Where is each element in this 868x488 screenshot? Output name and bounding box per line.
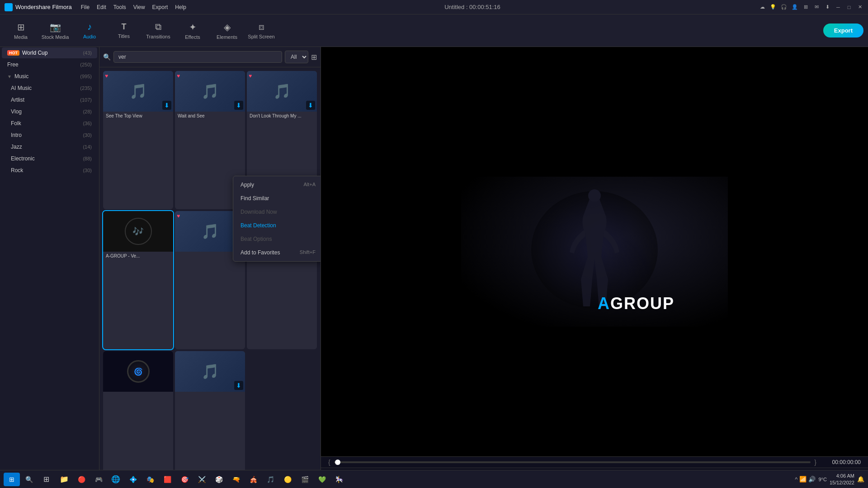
- taskbar-app-4[interactable]: ⚔️: [193, 471, 210, 488]
- start-button[interactable]: ⊞: [4, 473, 20, 486]
- menu-tools[interactable]: Tools: [113, 4, 126, 10]
- media-label: Media: [14, 34, 28, 40]
- media-card-8[interactable]: 🎵 ⬇: [175, 351, 245, 484]
- sidebar-item-intro[interactable]: Intro (30): [2, 130, 97, 141]
- grid-view-icon[interactable]: ⊞: [311, 53, 317, 61]
- notification-icon[interactable]: ^: [795, 476, 797, 483]
- sidebar-item-electronic[interactable]: Electronic (88): [2, 153, 97, 164]
- toolbar-effects[interactable]: ✦ Effects: [176, 16, 209, 45]
- media-card-agroup[interactable]: 🎶 A-GROUP - Ve...: [103, 211, 173, 349]
- download-icon[interactable]: ⬇: [234, 101, 243, 110]
- sidebar-item-ai-music[interactable]: AI Music (235): [2, 83, 97, 94]
- taskbar-app-filmora[interactable]: 🎬: [297, 471, 313, 488]
- menu-view[interactable]: View: [133, 4, 145, 10]
- taskbar-app-blue[interactable]: 💠: [125, 471, 141, 488]
- thumb-agroup: 🎶: [103, 211, 173, 252]
- preview-text-overlay: AGROUP: [598, 294, 675, 313]
- clock-date: 15/12/2022: [830, 479, 854, 486]
- minimize-button[interactable]: ─: [835, 4, 842, 11]
- sidebar-item-vlog[interactable]: Vlog (28): [2, 106, 97, 117]
- bulb-icon[interactable]: 💡: [769, 4, 777, 11]
- preview-time-display: 00:00:00:00: [820, 459, 861, 465]
- jazz-label: Jazz: [11, 144, 22, 150]
- toolbar-split-screen[interactable]: ⧈ Split Screen: [245, 16, 278, 45]
- out-point-bracket: }: [814, 459, 816, 466]
- vlog-count: (28): [83, 109, 92, 114]
- taskbar-app-nvidia[interactable]: 🎮: [90, 471, 107, 488]
- electronic-count: (88): [83, 156, 92, 161]
- grid-icon[interactable]: ⊞: [802, 4, 809, 11]
- taskbar-search-button[interactable]: 🔍: [22, 473, 36, 486]
- taskbar-app-red[interactable]: 🔴: [73, 471, 90, 488]
- free-count: (250): [80, 62, 92, 67]
- ctx-beat-detection[interactable]: Beat Detection: [233, 219, 321, 232]
- ctx-add-fav-shortcut: Shift+F: [300, 249, 316, 256]
- ctx-apply[interactable]: Apply Alt+A: [233, 178, 321, 192]
- taskbar-app-explorer[interactable]: 📁: [56, 471, 72, 488]
- sidebar-item-rock[interactable]: Rock (30): [2, 165, 97, 176]
- taskbar-app-2[interactable]: 🟥: [159, 471, 175, 488]
- ctx-add-favorites[interactable]: Add to Favorites Shift+F: [233, 246, 321, 259]
- download-icon[interactable]: ⬇: [162, 101, 171, 110]
- taskbar-app-6[interactable]: 🔫: [228, 471, 244, 488]
- toolbar-stock-media[interactable]: 📷 Stock Media: [39, 16, 71, 45]
- network-icon[interactable]: 📶: [799, 476, 807, 483]
- menu-edit[interactable]: Edit: [97, 4, 106, 10]
- taskbar-clock[interactable]: 4:06 AM 15/12/2022: [830, 473, 854, 486]
- close-button[interactable]: ✕: [856, 4, 863, 11]
- toolbar-elements[interactable]: ◈ Elements: [211, 16, 243, 45]
- download-icon[interactable]: ⬇: [306, 101, 315, 110]
- media-card-see-top-view[interactable]: ♥ 🎵 ⬇ See The Top View: [103, 71, 173, 209]
- sidebar-item-folk[interactable]: Folk (36): [2, 118, 97, 129]
- toolbar-transitions[interactable]: ⧉ Transitions: [142, 16, 175, 45]
- taskbar-apps: 📁 🔴 🎮 🌐 💠 🎭 🟥 🎯 ⚔️ 🎲 🔫 🎪 🎵 🟡 🎬 💚 🎠: [56, 471, 347, 488]
- taskbar-app-spotify[interactable]: 🎵: [262, 471, 278, 488]
- audio-label: Audio: [83, 34, 96, 39]
- taskbar-app-5[interactable]: 🎲: [211, 471, 227, 488]
- menu-help[interactable]: Help: [175, 4, 186, 10]
- taskbar-app-chrome[interactable]: 🌐: [108, 471, 124, 488]
- taskbar-app-grid[interactable]: ⊞: [38, 471, 54, 488]
- taskbar-app-vlc[interactable]: 🟡: [279, 471, 296, 488]
- taskbar-app-7[interactable]: 🎪: [245, 471, 261, 488]
- logo-icon: [5, 3, 13, 11]
- toolbar-titles[interactable]: T Titles: [108, 16, 140, 45]
- maximize-button[interactable]: □: [845, 4, 853, 11]
- avatar-icon[interactable]: 👤: [791, 4, 798, 11]
- expand-music-icon: ▼: [7, 74, 12, 79]
- scrub-playhead[interactable]: [335, 460, 340, 465]
- media-card-7[interactable]: 🌀: [103, 351, 173, 484]
- toolbar-media[interactable]: ⊞ Media: [5, 16, 37, 45]
- clock-time: 4:06 AM: [830, 473, 854, 479]
- menu-file[interactable]: File: [81, 4, 90, 10]
- bracket-right-icon[interactable]: }: [814, 459, 816, 466]
- download-icon[interactable]: ⬇: [234, 381, 243, 390]
- mail-icon[interactable]: ✉: [813, 4, 820, 11]
- cloud-icon[interactable]: ☁: [759, 4, 766, 11]
- sidebar-item-artlist[interactable]: Artlist (107): [2, 94, 97, 105]
- menu-export[interactable]: Export: [152, 4, 168, 10]
- headphone-icon[interactable]: 🎧: [780, 4, 788, 11]
- sound-icon[interactable]: 🔊: [808, 476, 816, 483]
- taskbar-app-carousel[interactable]: 🎠: [331, 471, 347, 488]
- filter-dropdown[interactable]: All: [285, 51, 308, 63]
- sidebar-item-music[interactable]: ▼ Music (995): [2, 71, 97, 82]
- sidebar-item-jazz[interactable]: Jazz (14): [2, 141, 97, 152]
- sidebar-item-world-cup[interactable]: HOT World Cup (43): [2, 47, 97, 58]
- toolbar-audio[interactable]: ♪ Audio: [73, 16, 106, 45]
- sidebar-item-free[interactable]: Free (250): [2, 59, 97, 70]
- export-button[interactable]: Export: [823, 23, 863, 38]
- toolbar: ⊞ Media 📷 Stock Media ♪ Audio T Titles ⧉…: [0, 14, 868, 47]
- download-icon[interactable]: ⬇: [824, 4, 831, 11]
- free-label: Free: [7, 61, 19, 68]
- taskbar-app-3[interactable]: 🎯: [176, 471, 193, 488]
- search-input[interactable]: [113, 51, 282, 63]
- ctx-find-similar[interactable]: Find Similar: [233, 192, 321, 205]
- taskbar-app-1[interactable]: 🎭: [142, 471, 158, 488]
- taskbar-app-green[interactable]: 💚: [314, 471, 330, 488]
- notification-bell-icon[interactable]: 🔔: [857, 476, 864, 483]
- bracket-left-icon[interactable]: {: [328, 459, 330, 466]
- music-count: (995): [80, 74, 92, 79]
- preview-timeline-scrub[interactable]: [334, 461, 811, 463]
- preview-panel: AGROUP { } 00:00:00:00 ⏮ ▶ ▶▶: [321, 47, 868, 488]
